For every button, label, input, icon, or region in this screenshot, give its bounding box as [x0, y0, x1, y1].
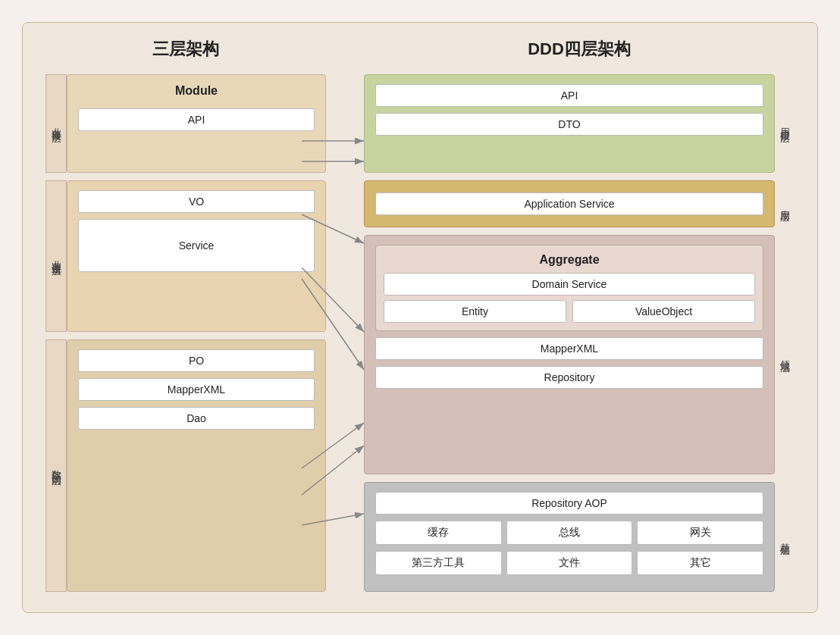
left-top-inner: Module API: [67, 74, 326, 173]
left-vo-box: VO: [78, 190, 315, 213]
left-api-box: API: [78, 108, 315, 131]
repository-aop-box: Repository AOP: [375, 492, 763, 515]
right-app-label: 应用层: [775, 180, 795, 227]
entity-box: Entity: [384, 300, 566, 323]
right-base-inner: Repository AOP 缓存 总线 网关 第三方工具 文件 其它: [364, 482, 775, 592]
left-top-label: 业务接口层: [45, 74, 67, 173]
entity-row: Entity ValueObject: [384, 300, 755, 323]
right-domain-inner: Aggregate Domain Service Entity ValueObj…: [364, 235, 775, 474]
left-dao-box: Dao: [78, 407, 315, 430]
other-box: 其它: [637, 551, 763, 575]
left-po-box: PO: [78, 349, 315, 372]
left-bot-label: 数据访问层: [45, 339, 67, 592]
left-title: 三层架构: [152, 39, 219, 58]
left-mid-inner: VO Service: [67, 180, 326, 332]
left-mapper-box: MapperXML: [78, 378, 315, 401]
gateway-box: 网关: [637, 521, 763, 545]
right-api-box: API: [375, 84, 763, 107]
content-area: 业务接口层 Module API 业务逻辑层 VO Service 数据访问层 …: [45, 74, 795, 592]
module-label: Module: [78, 84, 315, 98]
base-row1: 缓存 总线 网关: [375, 521, 763, 545]
left-mid-label: 业务逻辑层: [45, 180, 67, 332]
aggregate-title: Aggregate: [384, 253, 755, 267]
file-box: 文件: [506, 551, 633, 575]
right-dto-box: DTO: [375, 113, 763, 136]
left-bot-inner: PO MapperXML Dao: [67, 339, 326, 592]
aggregate-box: Aggregate Domain Service Entity ValueObj…: [375, 245, 763, 331]
right-app-inner: Application Service: [364, 180, 775, 227]
right-title: DDD四层架构: [528, 39, 631, 58]
right-user-layer: API DTO 用户接口层: [364, 74, 795, 173]
right-app-layer: Application Service 应用层: [364, 180, 795, 227]
thirdparty-box: 第三方工具: [375, 551, 502, 575]
main-container: 三层架构 DDD四层架构 业务接口层 Module API 业务逻辑层 VO S…: [22, 22, 818, 613]
right-user-label: 用户接口层: [775, 74, 795, 173]
repository-box: Repository: [375, 366, 763, 389]
mapperxml-box: MapperXML: [375, 337, 763, 360]
right-base-layer: Repository AOP 缓存 总线 网关 第三方工具 文件 其它 基础层: [364, 482, 795, 592]
headers: 三层架构 DDD四层架构: [45, 38, 795, 61]
right-appservice-box: Application Service: [375, 192, 763, 215]
left-service-box: Service: [78, 219, 315, 272]
right-user-inner: API DTO: [364, 74, 775, 173]
valueobject-box: ValueObject: [572, 300, 755, 323]
right-domain-layer: Aggregate Domain Service Entity ValueObj…: [364, 235, 795, 474]
right-domain-label: 领域层: [775, 235, 795, 474]
cache-box: 缓存: [375, 521, 502, 545]
left-bot-layer: 数据访问层 PO MapperXML Dao: [45, 339, 326, 592]
left-top-layer: 业务接口层 Module API: [45, 74, 326, 173]
domain-service-box: Domain Service: [384, 273, 755, 296]
bus-box: 总线: [506, 521, 633, 545]
left-mid-layer: 业务逻辑层 VO Service: [45, 180, 326, 332]
right-base-label: 基础层: [775, 482, 795, 592]
base-row2: 第三方工具 文件 其它: [375, 551, 763, 575]
right-side: API DTO 用户接口层 Application Service 应用层 Ag…: [364, 74, 795, 592]
left-side: 业务接口层 Module API 业务逻辑层 VO Service 数据访问层 …: [45, 74, 326, 592]
